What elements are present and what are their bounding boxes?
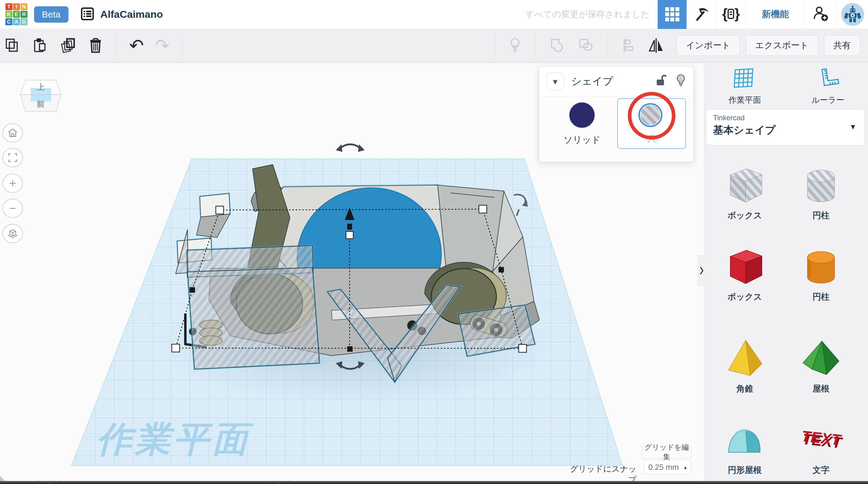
add-person-icon (812, 5, 830, 24)
export-button[interactable]: エクスポート (746, 35, 818, 56)
strip-tick (49, 481, 50, 484)
shape-library-dropdown[interactable]: Tinkercad 基本シェイプ ▼ (706, 109, 865, 145)
perspective-toggle-button[interactable] (2, 224, 23, 243)
codeblocks-button[interactable]: {} (715, 0, 746, 29)
collapse-panel-button[interactable]: ▾ (547, 72, 564, 90)
chevron-down-icon: ▾ (553, 76, 557, 87)
avatar (841, 3, 864, 26)
svg-text:}: } (735, 6, 740, 21)
unlock-icon[interactable] (655, 74, 667, 89)
design-properties-icon[interactable] (81, 7, 94, 22)
undo-button[interactable]: ↶ (129, 37, 144, 54)
shapes-sidebar: 作業平面 ルーラー Tinkercad 基本シェイプ ▼ ボックス (704, 62, 868, 481)
logo-tile: T (5, 3, 12, 10)
tinkercad-logo[interactable]: T I N K E R C A D (5, 3, 27, 25)
hole-swatch-ring (638, 103, 662, 127)
shape-text[interactable]: TEXT TEXT 文字 (785, 416, 857, 476)
copy-button[interactable] (4, 38, 20, 53)
lightbulb-icon[interactable] (675, 74, 686, 89)
account-menu[interactable] (837, 0, 868, 29)
group-button[interactable] (549, 37, 565, 54)
car-mirror-box (200, 193, 230, 217)
snap-grid-select[interactable]: 0.25 mm ▴ (644, 460, 691, 474)
shape-box-solid[interactable]: ボックス (709, 243, 781, 303)
workplane-watermark: 作業平面 (93, 420, 259, 459)
ruler-icon (816, 66, 840, 91)
edit-grid-button[interactable]: グリッドを編集 (642, 446, 691, 458)
minecraft-export-button[interactable] (687, 0, 715, 29)
rotate-handle-top[interactable] (336, 144, 365, 152)
duplicate-button[interactable] (60, 37, 76, 54)
box-hole-icon (722, 161, 767, 207)
shape-inspector-header: ▾ シェイプ (539, 67, 693, 96)
edit-toolbar: ↶ ↷ インポート エクスポート 共有 (0, 29, 868, 62)
shape-label: 円形屋根 (709, 464, 781, 476)
fit-view-button[interactable] (2, 148, 23, 167)
logo-tile: R (21, 11, 27, 18)
workplane-label: 作業平面 (709, 95, 781, 105)
shape-inspector-panel: ▾ シェイプ ソリッド (539, 66, 694, 161)
shape-inspector-body: ソリッド 穴 (539, 96, 693, 161)
new-features-label: 新機能 (762, 8, 789, 21)
library-brand: Tinkercad (713, 114, 858, 122)
shape-cylinder-hole[interactable]: 円柱 (785, 161, 857, 221)
new-features-link[interactable]: 新機能 (746, 0, 805, 29)
mirror-button[interactable] (648, 37, 664, 54)
shape-label: ボックス (709, 210, 781, 221)
home-view-button[interactable] (2, 123, 23, 143)
view-cube[interactable]: 上 前 (18, 78, 63, 117)
beta-button[interactable]: Beta (34, 6, 68, 23)
toolbar-separator (116, 34, 117, 57)
library-name: 基本シェイプ (713, 123, 858, 137)
logo-tile: A (13, 19, 20, 25)
strip-tick (278, 481, 279, 484)
shape-box-hole[interactable]: ボックス (709, 161, 781, 221)
3d-design-mode-button[interactable] (658, 0, 687, 29)
code-blocks-icon: {} (722, 6, 740, 23)
zoom-in-button[interactable]: + (2, 174, 23, 193)
workplane-tool[interactable]: 作業平面 (709, 66, 781, 105)
share-button[interactable]: 共有 (824, 35, 860, 56)
solid-option-swatch[interactable] (568, 101, 596, 129)
shape-cylinder-solid[interactable]: 円柱 (785, 243, 857, 303)
align-button[interactable] (621, 37, 636, 54)
sidebar-collapse-tab[interactable] (698, 255, 705, 286)
shape-round-roof[interactable]: 円形屋根 (709, 416, 781, 476)
cylinder-icon (798, 243, 844, 288)
3d-viewport[interactable]: 作業平面 (0, 62, 704, 481)
ungroup-button[interactable] (578, 37, 594, 54)
delete-button[interactable] (88, 37, 103, 54)
toolbar-separator (608, 34, 608, 57)
ruler-label: ルーラー (792, 95, 864, 105)
import-button[interactable]: インポート (677, 35, 740, 56)
caret-up-icon: ▴ (684, 464, 687, 470)
logo-tile: C (5, 19, 12, 25)
design-title[interactable]: AlfaCaimano (100, 8, 163, 20)
shape-label: 屋根 (785, 383, 857, 394)
view-cube-front-label: 前 (36, 99, 44, 109)
svg-text:{: { (722, 6, 727, 21)
strip-tick (289, 481, 290, 484)
shape-pyramid[interactable]: 角錐 (709, 335, 781, 394)
shape-label: 角錐 (709, 383, 781, 394)
box-icon (722, 243, 767, 288)
invite-collaborators-button[interactable] (805, 0, 837, 29)
redo-button[interactable]: ↷ (155, 37, 170, 54)
strip-tick (60, 481, 61, 484)
snap-grid-value: 0.25 mm (648, 463, 679, 472)
paste-button[interactable] (32, 38, 48, 53)
shape-roof[interactable]: 屋根 (785, 335, 857, 394)
view-cube-top-label: 上 (37, 83, 44, 92)
workplane-icon (733, 66, 756, 91)
logo-tile: K (5, 11, 12, 18)
ruler-tool[interactable]: ルーラー (792, 66, 864, 105)
zoom-out-button[interactable]: − (2, 199, 23, 218)
logo-tile: I (13, 3, 20, 10)
hole-option-selected[interactable]: 穴 (617, 98, 686, 149)
toolbar-separator (495, 34, 495, 57)
hole-swatch (641, 105, 660, 125)
strip-tick (38, 481, 39, 484)
show-all-button[interactable] (508, 37, 522, 54)
sidebar-tools: 作業平面 ルーラー Tinkercad 基本シェイプ ▼ (704, 62, 868, 127)
tinkercad-app: T I N K E R C A D Beta AlfaCaimano すべての変… (0, 0, 868, 484)
